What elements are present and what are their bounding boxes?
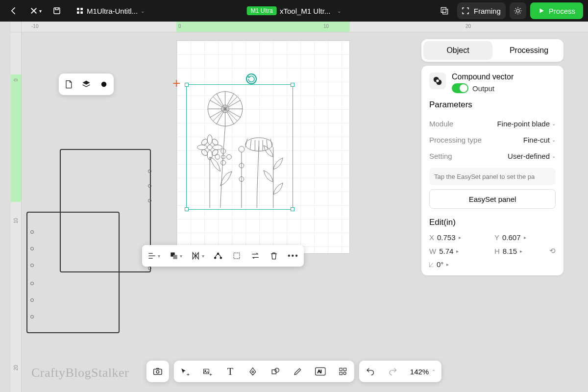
flower-artwork — [187, 85, 293, 210]
edit-y[interactable]: Y0.607▸ — [494, 233, 556, 242]
draw-tool[interactable] — [293, 366, 303, 377]
svg-point-7 — [516, 9, 519, 12]
undo-button[interactable] — [365, 366, 376, 377]
back-button[interactable] — [5, 3, 23, 18]
zoom-control[interactable]: 142%⌃ — [410, 368, 436, 376]
svg-point-41 — [252, 371, 253, 372]
arrange-button[interactable]: ▾ — [169, 251, 182, 261]
edit-h[interactable]: H8.15▸ ⟲ — [494, 246, 556, 255]
svg-rect-46 — [340, 368, 342, 370]
save-button[interactable] — [49, 3, 65, 18]
edit-w[interactable]: W5.74▸ — [429, 246, 490, 255]
ai-tool[interactable]: AI — [315, 366, 326, 377]
svg-point-23 — [226, 154, 231, 159]
watermark: CraftyBlogStalker — [31, 366, 129, 380]
framing-button[interactable]: Framing — [457, 2, 506, 19]
bottom-toolbar: + + T AI 142%⌃ — [147, 361, 441, 382]
framing-label: Framing — [474, 7, 501, 15]
outline-button[interactable] — [232, 251, 242, 261]
svg-rect-48 — [340, 372, 342, 375]
svg-rect-5 — [441, 7, 446, 12]
file-title-dropdown[interactable]: M1Ultra-Untitl... ⌄ — [76, 7, 145, 15]
origin-crosshair: + — [172, 75, 180, 91]
tab-object[interactable]: Object — [423, 41, 492, 60]
svg-rect-29 — [173, 255, 177, 259]
shape-rectangle-2[interactable] — [26, 212, 120, 333]
compound-title: Compound vector — [452, 73, 514, 81]
process-button[interactable]: Process — [530, 2, 583, 19]
edit-nodes-button[interactable] — [213, 251, 223, 261]
processing-type-row[interactable]: Processing type Fine-cut⌄ — [429, 132, 556, 148]
svg-point-14 — [213, 145, 222, 150]
text-tool[interactable]: T — [225, 366, 236, 377]
swap-button[interactable] — [250, 251, 260, 261]
side-panel: Object Processing Compound vector Output… — [421, 39, 564, 275]
selection-context-toolbar: ▾ ▾ ▾ ••• — [142, 245, 304, 267]
svg-point-24 — [239, 147, 245, 152]
edit-rotation[interactable]: ⟀0°▸ — [429, 260, 490, 269]
app-menu-button[interactable]: ▾ — [25, 3, 46, 18]
ruler-corner — [11, 22, 22, 32]
svg-rect-0 — [54, 8, 60, 14]
compound-vector-icon — [429, 73, 446, 89]
ruler-horizontal: -10 0 10 20 — [22, 22, 588, 32]
svg-rect-6 — [442, 9, 447, 14]
camera-capture-button[interactable] — [147, 361, 169, 382]
device-selector[interactable]: M1 Ultra xTool_M1 Ultr... ⌄ — [247, 6, 342, 15]
more-button[interactable]: ••• — [288, 251, 299, 260]
svg-point-43 — [275, 368, 279, 372]
preview-dot-icon[interactable] — [98, 78, 110, 90]
edit-x[interactable]: X0.753▸ — [429, 233, 490, 242]
pen-tool[interactable] — [247, 366, 258, 377]
svg-point-11 — [207, 135, 212, 145]
svg-point-22 — [215, 154, 220, 159]
parameters-heading: Parameters — [429, 100, 556, 110]
file-icon[interactable] — [63, 78, 74, 90]
align-button[interactable]: ▾ — [147, 251, 160, 261]
svg-point-31 — [220, 257, 221, 259]
ruler-vertical: 0 10 20 — [11, 32, 22, 392]
edit-heading: Edit(in) — [429, 218, 556, 227]
selection-box[interactable] — [186, 84, 293, 210]
select-tool[interactable]: + — [180, 366, 191, 377]
output-label: Output — [472, 84, 494, 93]
tab-processing[interactable]: Processing — [494, 39, 564, 62]
svg-rect-37 — [154, 369, 162, 374]
redo-button[interactable] — [388, 366, 398, 377]
easyset-button[interactable]: EasySet panel — [429, 189, 556, 209]
shape-tool[interactable] — [270, 366, 281, 377]
layers-button[interactable] — [436, 3, 453, 18]
aspect-lock-icon[interactable]: ⟲ — [549, 246, 556, 255]
svg-rect-33 — [234, 253, 240, 259]
process-label: Process — [549, 7, 575, 15]
file-title: M1Ultra-Untitl... — [87, 7, 138, 15]
svg-text:AI: AI — [318, 369, 322, 374]
easyset-note: Tap the EasySet panel to set the pa — [429, 168, 556, 185]
device-chip: M1 Ultra — [247, 6, 277, 15]
setting-row[interactable]: Setting User-defined⌄ — [429, 148, 556, 164]
svg-rect-39 — [204, 369, 209, 373]
layers-icon[interactable] — [80, 78, 92, 90]
output-toggle[interactable] — [452, 83, 468, 93]
svg-point-10 — [207, 145, 212, 150]
view-mode-toolbar — [59, 74, 114, 95]
svg-point-13 — [197, 145, 207, 150]
svg-rect-1 — [77, 8, 79, 10]
svg-point-30 — [215, 257, 216, 259]
svg-point-21 — [221, 160, 226, 165]
svg-rect-47 — [343, 368, 346, 370]
panel-tabs: Object Processing — [421, 39, 564, 62]
focus-button[interactable] — [510, 2, 526, 19]
image-tool[interactable]: + — [202, 366, 213, 377]
module-row[interactable]: Module Fine-point blade⌄ — [429, 116, 556, 132]
svg-point-38 — [156, 370, 159, 373]
device-name: xTool_M1 Ultr... — [280, 7, 330, 15]
svg-point-27 — [101, 82, 107, 87]
delete-button[interactable] — [269, 251, 279, 261]
svg-point-49 — [343, 372, 346, 374]
top-bar: ▾ M1Ultra-Untitl... ⌄ M1 Ultra xTool_M1 … — [0, 0, 588, 22]
mirror-button[interactable]: ▾ — [191, 251, 204, 261]
apps-tool[interactable] — [338, 366, 348, 377]
rotate-handle[interactable] — [246, 74, 257, 84]
svg-point-36 — [436, 79, 439, 82]
